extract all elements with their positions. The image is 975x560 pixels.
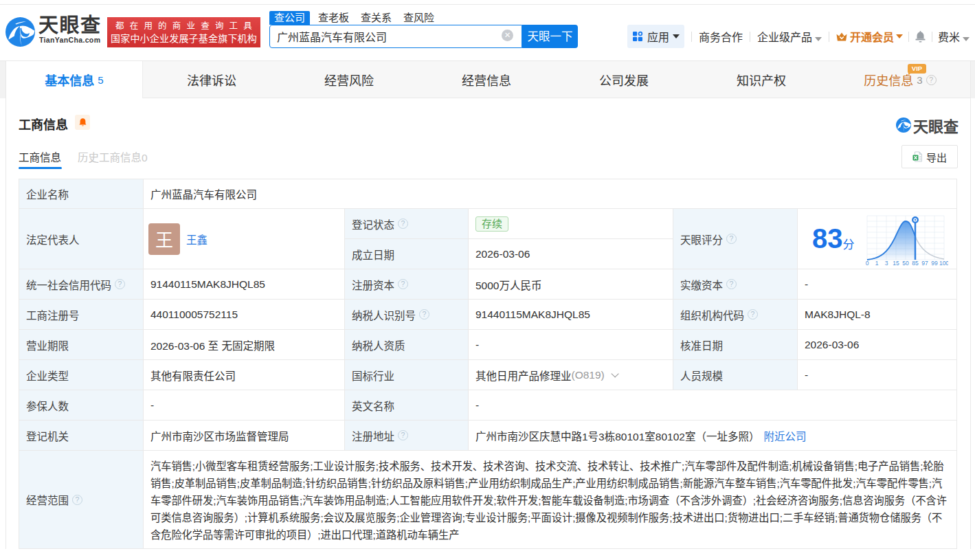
svg-text:3: 3	[884, 260, 888, 267]
svg-text:50: 50	[902, 260, 909, 267]
svg-text:0: 0	[865, 260, 868, 267]
svg-text:1: 1	[875, 260, 878, 267]
svg-text:15: 15	[893, 260, 899, 267]
svg-text:99: 99	[931, 260, 938, 267]
svg-text:100: 100	[939, 260, 948, 267]
svg-text:97: 97	[921, 260, 928, 267]
svg-text:85: 85	[912, 260, 919, 267]
